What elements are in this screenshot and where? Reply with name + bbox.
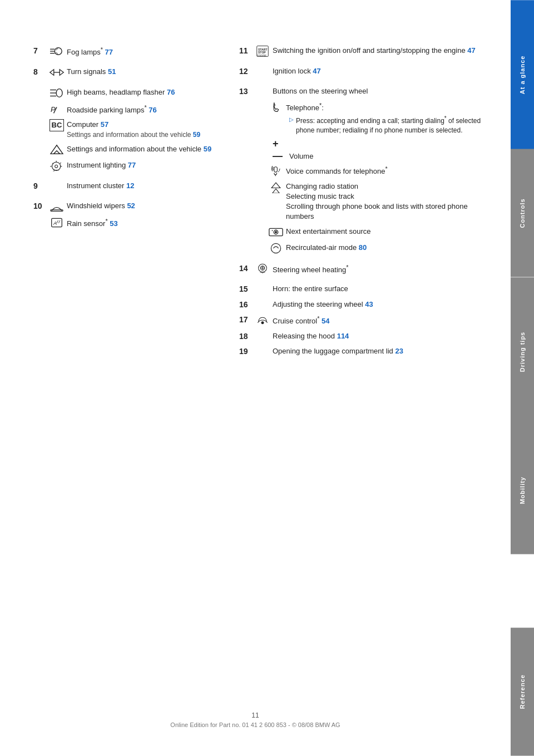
telephone-icon	[266, 100, 286, 113]
parking-lamp-text: Roadside parking lamps* 76	[67, 102, 222, 116]
item-13-header: 13 Buttons on the steering wheel	[239, 85, 494, 97]
instrument-lighting-text: Instrument lighting 77	[67, 159, 222, 170]
cruise-control-icon	[253, 313, 273, 326]
svg-line-30	[58, 220, 60, 223]
svg-point-0	[55, 48, 62, 55]
item-7-number: 7	[33, 45, 47, 57]
item-8-row: 8 Turn signals 51	[33, 66, 222, 78]
volume-plus: +	[239, 138, 494, 150]
triangle-row: Settings and information about the vehic…	[33, 143, 222, 156]
item-13-text: Buttons on the steering wheel	[273, 85, 494, 96]
item-17-row: 17 Cruise control* 54	[239, 313, 494, 327]
air-mode-row: Recirculated-air mode 80	[239, 242, 494, 254]
radio-station-text: Changing radio station Selecting music t…	[286, 180, 494, 222]
windshield-wiper-icon	[47, 200, 67, 213]
footer-text: Online Edition for Part no. 01 41 2 600 …	[0, 721, 511, 728]
svg-point-41	[275, 231, 277, 233]
item-17-number: 17	[239, 313, 253, 326]
item-8-text: Turn signals 51	[67, 66, 222, 77]
computer-text: Computer 57 Settings and information abo…	[67, 119, 222, 140]
telephone-row: Telephone*: ▷ Press: accepting and endin…	[239, 100, 494, 135]
volume-row: — Volume	[239, 152, 494, 160]
rain-sensor-icon: A	[47, 216, 67, 229]
sidebar: At a glance Controls Driving tips Mobili…	[511, 0, 534, 756]
svg-line-29	[57, 220, 58, 223]
svg-rect-12	[56, 89, 62, 97]
svg-point-48	[261, 322, 264, 324]
item-9-row: 9 Instrument cluster 12	[33, 180, 222, 192]
item-19-number: 19	[239, 345, 253, 357]
steering-heating-icon	[253, 262, 273, 275]
computer-row: BC Computer 57 Settings and information …	[33, 119, 222, 140]
svg-line-20	[60, 163, 61, 164]
svg-marker-37	[271, 183, 280, 188]
svg-text:ENGINE: ENGINE	[257, 54, 266, 57]
svg-text:J: J	[53, 169, 55, 172]
parking-lamp-row: P Roadside parking lamps* 76	[33, 102, 222, 116]
svg-point-18	[55, 165, 58, 168]
high-beam-row: High beams, headlamp flasher 76	[33, 86, 222, 99]
instrument-lighting-row: J Instrument lighting 77	[33, 159, 222, 172]
page-footer: 11 Online Edition for Part no. 01 41 2 6…	[0, 711, 511, 728]
item-11-text: Switching the ignition on/off and starti…	[273, 45, 494, 56]
item-7-row: 7 Fog lamps* 77	[33, 45, 222, 58]
item-8-number: 8	[33, 66, 47, 78]
rain-sensor-text: Rain sensor* 53	[67, 216, 222, 229]
item-16-number: 16	[239, 298, 253, 311]
radio-station-icon	[266, 180, 286, 193]
item-18-number: 18	[239, 330, 253, 342]
sidebar-tab-controls[interactable]: Controls	[511, 149, 534, 277]
voice-cmd-icon	[266, 164, 286, 176]
item-12-row: 12 Ignition lock 47	[239, 65, 494, 77]
item-14-number: 14	[239, 262, 253, 274]
sidebar-spacer	[511, 554, 534, 629]
turn-signal-icon	[47, 66, 67, 78]
high-beam-icon	[47, 86, 67, 99]
item-18-row: 18 Releasing the hood 114	[239, 330, 494, 342]
item-14-row: 14 Steering wheel heating*	[239, 262, 494, 276]
item-10-label: 10 Windshield wipers 52	[33, 200, 222, 213]
fog-lamp-icon	[47, 45, 67, 57]
parking-lamp-icon: P	[47, 102, 67, 115]
air-mode-icon	[266, 242, 286, 254]
entertainment-text: Next entertainment source	[286, 225, 494, 237]
svg-rect-35	[274, 167, 278, 172]
svg-marker-38	[273, 189, 280, 193]
svg-text:A: A	[53, 220, 57, 226]
page-number: 11	[0, 711, 511, 719]
instrument-lighting-icon: J	[47, 159, 67, 172]
svg-text:STOP: STOP	[258, 51, 266, 54]
item-19-row: 19 Opening the luggage compartment lid 2…	[239, 345, 494, 357]
right-column: 11 START STOP ENGINE Switching the ignit…	[239, 45, 494, 361]
item-11-number: 11	[239, 45, 253, 57]
item-12-text: Ignition lock 47	[273, 65, 494, 76]
windshield-wiper-text: Windshield wipers 52	[67, 200, 222, 211]
item-16-row: 16 Adjusting the steering wheel 43	[239, 298, 494, 311]
telephone-text: Telephone*: ▷ Press: accepting and endin…	[286, 100, 494, 135]
item-16-text: Adjusting the steering wheel 43	[273, 298, 494, 310]
svg-point-43	[271, 243, 280, 253]
sidebar-tab-mobility[interactable]: Mobility	[511, 426, 534, 554]
svg-marker-6	[50, 69, 54, 75]
sidebar-tab-driving[interactable]: Driving tips	[511, 277, 534, 426]
svg-rect-26	[51, 210, 63, 212]
svg-marker-15	[51, 145, 63, 154]
high-beam-text: High beams, headlamp flasher 76	[67, 86, 222, 97]
svg-marker-16	[54, 151, 60, 154]
radio-station-row: Changing radio station Selecting music t…	[239, 180, 494, 222]
entertainment-row: Next entertainment source	[239, 225, 494, 238]
voice-cmd-row: Voice commands for telephone*	[239, 164, 494, 177]
item-15-number: 15	[239, 283, 253, 295]
entertainment-icon	[266, 225, 286, 238]
voice-cmd-text: Voice commands for telephone*	[286, 164, 494, 177]
left-column: 7 Fog lamps* 77	[33, 45, 222, 361]
item-7-text: Fog lamps* 77	[67, 45, 222, 58]
sidebar-tab-at-glance[interactable]: At a glance	[511, 0, 534, 149]
sidebar-tab-reference[interactable]: Reference	[511, 628, 534, 756]
item-9-number: 9	[33, 180, 47, 192]
air-mode-text: Recirculated-air mode 80	[286, 242, 494, 253]
item-12-number: 12	[239, 65, 253, 77]
item-19-text: Opening the luggage compartment lid 23	[273, 345, 494, 356]
item-9-text: Instrument cluster 12	[67, 180, 222, 191]
triangle-icon	[47, 143, 67, 156]
